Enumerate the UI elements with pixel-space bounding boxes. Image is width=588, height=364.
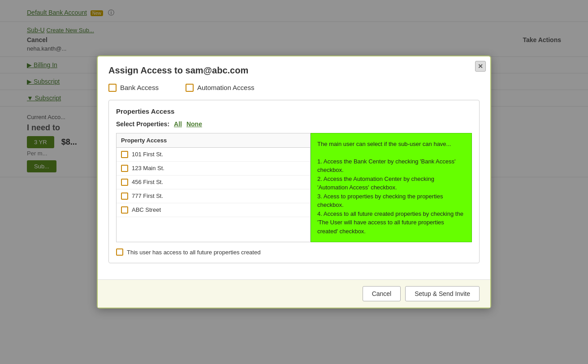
property-list-header: Property Access [117, 133, 310, 148]
property-name-0: 101 First St. [132, 151, 163, 158]
modal-body: Assign Access to sam@abc.com Bank Access… [98, 56, 490, 280]
assign-access-modal: ✕ Assign Access to sam@abc.com Bank Acce… [97, 56, 491, 309]
property-checkbox-1[interactable] [121, 165, 128, 172]
modal-overlay: ✕ Assign Access to sam@abc.com Bank Acce… [0, 0, 588, 364]
property-row: 777 First St. [117, 189, 310, 203]
properties-content: Property Access 101 First St. 123 Main S… [116, 133, 472, 243]
property-row: 123 Main St. [117, 162, 310, 176]
bank-access-checkbox-row[interactable]: Bank Access [108, 84, 159, 92]
property-name-3: 777 First St. [132, 193, 163, 199]
modal-footer: Cancel Setup & Send Invite [98, 279, 490, 308]
bank-access-checkbox[interactable] [108, 84, 117, 92]
property-checkbox-0[interactable] [121, 151, 128, 158]
automation-access-label: Automation Access [197, 84, 255, 91]
automation-access-checkbox-row[interactable]: Automation Access [186, 84, 255, 92]
select-properties-row: Select Properties: All None [116, 120, 472, 128]
help-tooltip-box: The main user can select if the sub-user… [311, 133, 472, 243]
select-all-link[interactable]: All [174, 120, 182, 128]
property-name-4: ABC Street [132, 206, 161, 213]
bank-access-label: Bank Access [120, 84, 159, 91]
modal-close-button[interactable]: ✕ [475, 61, 486, 72]
modal-title: Assign Access to sam@abc.com [108, 65, 480, 76]
property-checkbox-2[interactable] [121, 179, 128, 186]
property-checkbox-4[interactable] [121, 206, 128, 214]
property-list: Property Access 101 First St. 123 Main S… [116, 133, 311, 243]
property-checkbox-3[interactable] [121, 193, 128, 200]
properties-section-title: Properties Access [116, 107, 472, 115]
automation-access-checkbox[interactable] [186, 84, 194, 92]
cancel-button[interactable]: Cancel [363, 286, 401, 301]
property-name-2: 456 First St. [132, 179, 163, 185]
properties-access-box: Properties Access Select Properties: All… [108, 100, 480, 264]
property-row: 101 First St. [117, 148, 310, 162]
future-access-row: This user has access to all future prope… [116, 248, 472, 256]
tooltip-text: The main user can select if the sub-user… [317, 141, 463, 235]
top-checkboxes-row: Bank Access Automation Access [108, 84, 480, 92]
select-none-link[interactable]: None [186, 120, 202, 128]
property-row: ABC Street [117, 203, 310, 217]
setup-send-invite-button[interactable]: Setup & Send Invite [405, 286, 480, 301]
future-access-checkbox[interactable] [116, 248, 123, 256]
property-row: 456 First St. [117, 176, 310, 189]
future-access-label: This user has access to all future prope… [127, 249, 260, 256]
property-name-1: 123 Main St. [132, 165, 164, 171]
select-properties-label: Select Properties: [116, 120, 169, 128]
